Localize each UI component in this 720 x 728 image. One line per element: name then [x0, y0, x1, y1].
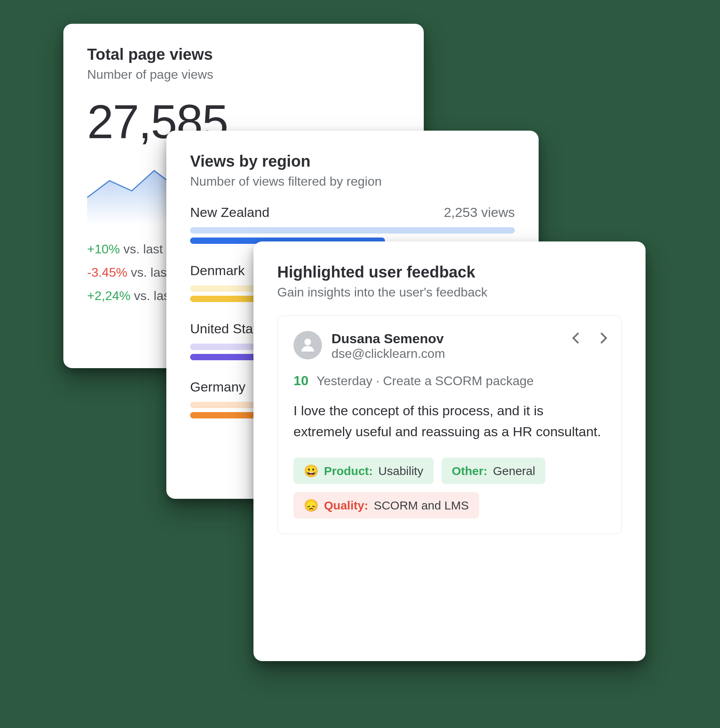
feedback-user-name: Dusana Semenov — [331, 331, 564, 346]
chevron-right-icon[interactable] — [596, 333, 607, 344]
feedback-time: Yesterday — [316, 374, 372, 388]
svg-point-0 — [305, 339, 311, 346]
frown-icon: 😞 — [304, 498, 318, 512]
avatar — [293, 331, 322, 359]
region-views: 2,253 views — [444, 205, 515, 220]
card3-title: Highlighted user feedback — [277, 263, 622, 281]
feedback-context: Create a SCORM package — [383, 374, 534, 388]
feedback-tag: 😞Quality: SCORM and LMS — [293, 492, 479, 519]
region-name: Germany — [190, 379, 246, 395]
tag-label: Other: — [452, 464, 488, 478]
delta-value: +2,24% — [87, 289, 130, 303]
bar-track — [190, 227, 515, 234]
avatar-icon — [298, 336, 317, 355]
tag-value: General — [493, 464, 535, 478]
region-name: Denmark — [190, 263, 245, 278]
tag-value: SCORM and LMS — [374, 499, 469, 512]
feedback-header: Dusana Semenov dse@clicklearn.com — [293, 331, 606, 361]
feedback-tag: Other: General — [442, 458, 546, 484]
card3-subtitle: Gain insights into the user's feedback — [277, 285, 622, 300]
card1-subtitle: Number of page views — [87, 67, 400, 82]
delta-value: -3.45% — [87, 265, 127, 279]
smile-icon: 😀 — [304, 464, 318, 478]
chevron-left-icon[interactable] — [572, 333, 583, 344]
region-row: New Zealand2,253 views — [190, 205, 515, 244]
card2-subtitle: Number of views filtered by region — [190, 174, 515, 189]
feedback-tag: 😀Product: Usability — [293, 458, 434, 484]
feedback-user-email: dse@clicklearn.com — [331, 346, 564, 361]
feedback-meta: 10 Yesterday · Create a SCORM package — [293, 373, 606, 388]
region-head: New Zealand2,253 views — [190, 205, 515, 220]
tag-label: Product: — [324, 464, 373, 478]
card2-title: Views by region — [190, 152, 515, 170]
feedback-card: Dusana Semenov dse@clicklearn.com 10 Yes… — [277, 316, 622, 534]
feedback-score: 10 — [293, 373, 309, 388]
delta-value: +10% — [87, 242, 120, 256]
feedback-tags: 😀Product: UsabilityOther: General😞Qualit… — [293, 458, 606, 519]
card1-title: Total page views — [87, 46, 400, 63]
feedback-user: Dusana Semenov dse@clicklearn.com — [331, 331, 564, 361]
tag-value: Usability — [378, 464, 423, 478]
region-name: New Zealand — [190, 205, 269, 220]
feedback-body: I love the concept of this process, and … — [293, 400, 606, 442]
card-highlighted-feedback: Highlighted user feedback Gain insights … — [253, 241, 646, 661]
feedback-nav — [574, 334, 606, 342]
tag-label: Quality: — [324, 499, 368, 512]
